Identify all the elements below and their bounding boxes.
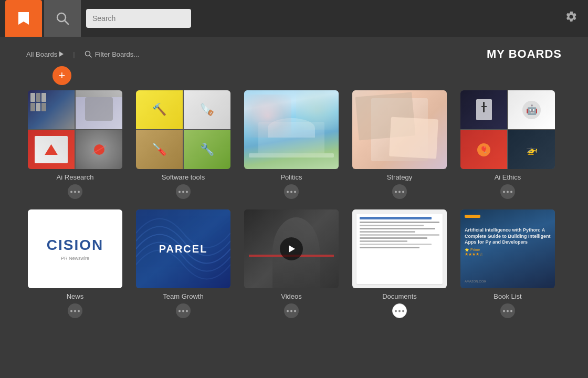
collage-cell: 🪛 bbox=[136, 130, 183, 169]
board-label-ai-ethics: Ai Ethics bbox=[495, 173, 521, 181]
amazon-tag: AMAZON.COM bbox=[465, 280, 551, 283]
board-label-politics: Politics bbox=[280, 173, 302, 181]
bookmark-tab[interactable] bbox=[5, 0, 42, 37]
board-menu-button-ai-research[interactable] bbox=[68, 184, 82, 199]
board-thumbnail-news[interactable]: CISION PR Newswire bbox=[28, 209, 122, 288]
board-menu-button-documents[interactable] bbox=[392, 303, 407, 318]
svg-point-7 bbox=[78, 191, 80, 193]
all-boards-link[interactable]: All Boards bbox=[26, 50, 64, 58]
book-title: Artificial Intelligence with Python: A C… bbox=[465, 227, 551, 246]
board-videos: Videos bbox=[243, 209, 340, 318]
gear-icon[interactable] bbox=[565, 10, 578, 26]
board-label-team-growth: Team Growth bbox=[163, 292, 203, 300]
add-button-container: + bbox=[0, 66, 588, 85]
board-thumbnail-ai-ethics[interactable]: 🤖 🎈 🚁 bbox=[460, 90, 555, 169]
board-ai-research: Ai Research bbox=[26, 90, 124, 199]
svg-point-20 bbox=[70, 310, 72, 312]
svg-point-32 bbox=[402, 310, 404, 312]
board-thumbnail-strategy[interactable] bbox=[352, 90, 447, 169]
board-menu-button-software-tools[interactable] bbox=[176, 184, 191, 199]
board-strategy: Strategy bbox=[351, 90, 448, 199]
add-board-button[interactable]: + bbox=[52, 66, 71, 85]
svg-point-14 bbox=[395, 191, 397, 193]
board-team-growth: PARCEL Team Growth bbox=[134, 209, 232, 318]
svg-point-34 bbox=[507, 310, 509, 312]
prime-badge: ⭐ Prime bbox=[465, 248, 551, 252]
svg-line-2 bbox=[65, 20, 68, 24]
cision-text: CISION bbox=[47, 237, 103, 254]
boards-nav: All Boards | Filter Boards... bbox=[26, 50, 139, 58]
svg-point-27 bbox=[287, 310, 289, 312]
board-menu-button-ai-ethics[interactable] bbox=[500, 184, 515, 199]
svg-point-9 bbox=[182, 191, 184, 193]
board-menu-button-team-growth[interactable] bbox=[176, 303, 191, 318]
svg-point-24 bbox=[182, 310, 184, 312]
board-thumbnail-software-tools[interactable]: 🔨 🪚 🪛 🔧 bbox=[136, 90, 230, 169]
collage-cell: 🔧 bbox=[184, 130, 230, 169]
collage-cell: 🎈 bbox=[460, 130, 507, 169]
svg-point-30 bbox=[395, 310, 397, 312]
all-boards-arrow-icon bbox=[59, 51, 64, 57]
collage-cell bbox=[460, 90, 507, 129]
svg-point-23 bbox=[178, 310, 181, 312]
board-menu-button-news[interactable] bbox=[68, 303, 82, 318]
board-thumbnail-politics[interactable] bbox=[244, 90, 339, 169]
strategy-image bbox=[352, 90, 447, 169]
board-thumbnail-documents[interactable] bbox=[352, 209, 447, 288]
search-input[interactable] bbox=[92, 14, 185, 23]
svg-point-18 bbox=[507, 191, 509, 193]
nav-divider: | bbox=[73, 50, 75, 58]
news-logo: CISION PR Newswire bbox=[28, 209, 122, 288]
collage-cell bbox=[28, 90, 75, 129]
svg-marker-26 bbox=[289, 245, 295, 253]
page-title: MY BOARDS bbox=[487, 47, 562, 61]
board-news: CISION PR Newswire News bbox=[26, 209, 124, 318]
board-label-book-list: Book List bbox=[494, 292, 521, 300]
top-bar bbox=[0, 0, 588, 37]
book-stars: ★★★★☆ bbox=[465, 252, 551, 257]
politics-image bbox=[244, 90, 339, 169]
svg-point-19 bbox=[510, 191, 512, 193]
board-menu-button-book-list[interactable] bbox=[500, 303, 515, 318]
add-icon: + bbox=[59, 69, 66, 82]
parcel-text: PARCEL bbox=[159, 243, 208, 255]
board-thumbnail-ai-research[interactable] bbox=[28, 90, 122, 169]
board-label-software-tools: Software tools bbox=[162, 173, 205, 181]
search-bar[interactable] bbox=[86, 9, 191, 28]
boards-header: All Boards | Filter Boards... MY BOARDS bbox=[0, 37, 588, 66]
svg-point-25 bbox=[186, 310, 188, 312]
filter-search-icon bbox=[85, 50, 92, 58]
svg-point-29 bbox=[294, 310, 296, 312]
svg-point-10 bbox=[186, 191, 188, 193]
board-label-documents: Documents bbox=[382, 292, 417, 300]
documents-loading-icon bbox=[424, 265, 437, 279]
svg-point-28 bbox=[290, 310, 292, 312]
book-cover-image: Artificial Intelligence with Python: A C… bbox=[460, 209, 555, 288]
board-thumbnail-book-list[interactable]: Artificial Intelligence with Python: A C… bbox=[460, 209, 555, 288]
svg-point-35 bbox=[510, 310, 512, 312]
board-documents: Documents bbox=[351, 209, 448, 318]
collage-cell: 🪚 bbox=[184, 90, 230, 129]
svg-point-11 bbox=[287, 191, 289, 193]
svg-point-33 bbox=[503, 310, 505, 312]
all-boards-label: All Boards bbox=[26, 50, 57, 58]
svg-point-5 bbox=[70, 191, 72, 193]
svg-point-22 bbox=[78, 310, 80, 312]
play-button-overlay bbox=[280, 237, 303, 260]
board-menu-button-strategy[interactable] bbox=[392, 184, 407, 199]
board-book-list: Artificial Intelligence with Python: A C… bbox=[459, 209, 556, 318]
board-label-strategy: Strategy bbox=[387, 173, 412, 181]
svg-point-15 bbox=[398, 191, 401, 193]
board-software-tools: 🔨 🪚 🪛 🔧 bbox=[134, 90, 232, 199]
collage-cell bbox=[76, 130, 122, 169]
board-menu-button-politics[interactable] bbox=[284, 184, 299, 199]
svg-point-17 bbox=[503, 191, 505, 193]
search-tab[interactable] bbox=[44, 0, 81, 37]
collage-cell bbox=[76, 90, 122, 129]
filter-boards[interactable]: Filter Boards... bbox=[85, 50, 140, 58]
board-thumbnail-team-growth[interactable]: PARCEL bbox=[136, 209, 230, 288]
board-thumbnail-videos[interactable] bbox=[244, 209, 339, 288]
board-menu-button-videos[interactable] bbox=[284, 303, 299, 318]
board-ai-ethics: 🤖 🎈 🚁 Ai Ethics bbox=[459, 90, 556, 199]
collage-cell: 🚁 bbox=[508, 130, 555, 169]
